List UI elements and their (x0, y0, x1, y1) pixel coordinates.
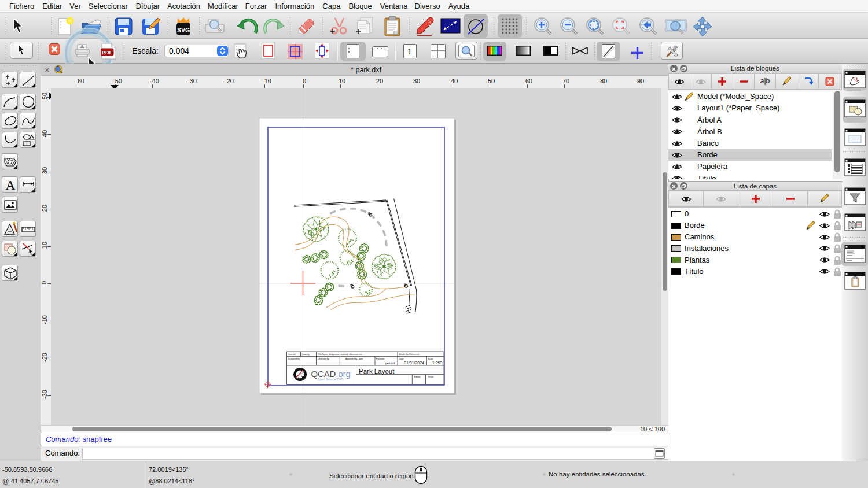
svg-text:Sheet: Sheet (428, 376, 433, 378)
svg-text:park.dxf: park.dxf (385, 362, 395, 365)
svg-text:Item ref.: Item ref. (288, 353, 296, 356)
svg-text:Open Source CAD: Open Source CAD (317, 378, 344, 381)
svg-text:Date: Date (399, 358, 404, 360)
svg-text:PDF: PDF (102, 50, 113, 56)
svg-text:1:250: 1:250 (432, 361, 442, 365)
svg-text:Edition: Edition (414, 376, 421, 378)
svg-text:Park Layout: Park Layout (359, 368, 395, 375)
svg-text:Scale: Scale (428, 358, 433, 360)
svg-text:Article No./Reference: Article No./Reference (399, 353, 419, 356)
svg-text:Filename: Filename (376, 358, 385, 360)
svg-text:Designed by: Designed by (288, 358, 300, 360)
svg-text:Approved by - date: Approved by - date (345, 358, 363, 360)
svg-text:1: 1 (407, 46, 412, 56)
svg-text:Quantity: Quantity (302, 353, 310, 356)
svg-text:Title/Name, designation, mater: Title/Name, designation, material, dimen… (318, 353, 363, 356)
svg-text:Checked by: Checked by (318, 358, 329, 360)
svg-text:A: A (5, 178, 16, 193)
svg-text:01/01/2024: 01/01/2024 (404, 361, 424, 365)
